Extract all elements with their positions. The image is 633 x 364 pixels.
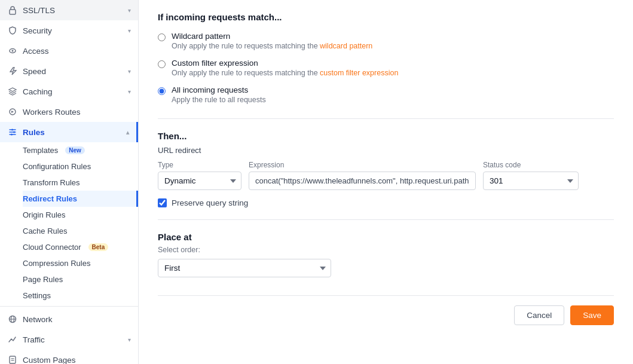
- bolt-icon: [7, 66, 18, 77]
- caching-arrow-icon: ▾: [128, 88, 131, 95]
- lock-icon: [7, 5, 18, 16]
- sidebar: SSL/TLS ▾ Security ▾ Access Speed ▾: [0, 0, 139, 364]
- url-redirect-label: URL redirect: [158, 146, 614, 155]
- status-code-select[interactable]: 301 302 303 307 308: [483, 172, 579, 190]
- security-arrow-icon: ▾: [128, 27, 131, 34]
- rules-icon: [7, 127, 18, 137]
- rules-arrow-icon: ▴: [126, 129, 129, 136]
- sidebar-sub-settings[interactable]: Settings: [23, 287, 138, 304]
- all-incoming-option: All incoming requests Apply the rule to …: [158, 85, 614, 104]
- sidebar-item-speed-label: Speed: [23, 67, 123, 76]
- sidebar-item-workers-routes-label: Workers Routes: [23, 108, 131, 117]
- traffic-arrow-icon: ▾: [128, 337, 131, 343]
- type-group: Type Dynamic Static: [158, 161, 241, 190]
- cache-rules-label: Cache Rules: [23, 227, 67, 235]
- sidebar-item-traffic-label: Traffic: [23, 335, 123, 344]
- page-rules-label: Page Rules: [23, 275, 63, 284]
- sidebar-item-custom-pages[interactable]: Custom Pages: [0, 350, 138, 364]
- wildcard-label: Wildcard pattern: [172, 32, 372, 41]
- sidebar-sub-origin-rules[interactable]: Origin Rules: [23, 207, 138, 223]
- origin-rules-label: Origin Rules: [23, 210, 66, 219]
- section-divider: [158, 118, 614, 119]
- custom-filter-link[interactable]: custom filter expression: [320, 69, 398, 77]
- match-options: Wildcard pattern Only apply the rule to …: [158, 32, 614, 104]
- configuration-rules-label: Configuration Rules: [23, 162, 91, 171]
- sidebar-sub-templates[interactable]: Templates New: [23, 142, 138, 158]
- type-label: Type: [158, 161, 241, 169]
- wildcard-option: Wildcard pattern Only apply the rule to …: [158, 32, 614, 50]
- custom-filter-label: Custom filter expression: [172, 59, 398, 68]
- sidebar-sub-configuration-rules[interactable]: Configuration Rules: [23, 158, 138, 175]
- sidebar-item-rules[interactable]: Rules ▴: [0, 122, 138, 142]
- redirect-rules-label: Redirect Rules: [23, 194, 77, 203]
- sidebar-item-security[interactable]: Security ▾: [0, 20, 138, 41]
- svg-point-4: [11, 129, 13, 131]
- sidebar-item-workers-routes[interactable]: Workers Routes: [0, 102, 138, 122]
- custom-filter-option: Custom filter expression Only apply the …: [158, 59, 614, 77]
- preserve-query-row: Preserve query string: [158, 198, 614, 207]
- match-title: If incoming requests match...: [158, 12, 614, 22]
- sidebar-item-security-label: Security: [23, 26, 123, 35]
- custom-filter-radio[interactable]: [158, 60, 166, 68]
- shield-icon: [7, 25, 18, 36]
- cancel-button[interactable]: Cancel: [514, 305, 564, 325]
- form-row: Type Dynamic Static Expression concat("h…: [158, 161, 614, 190]
- save-button[interactable]: Save: [570, 305, 614, 325]
- sidebar-item-rules-label: Rules: [23, 128, 121, 137]
- compression-rules-label: Compression Rules: [23, 259, 90, 268]
- sidebar-divider-1: [0, 306, 138, 307]
- sidebar-sub-compression-rules[interactable]: Compression Rules: [23, 255, 138, 271]
- sidebar-item-speed[interactable]: Speed ▾: [0, 61, 138, 81]
- wildcard-link[interactable]: wildcard pattern: [320, 42, 372, 50]
- expression-label: Expression: [249, 161, 476, 169]
- sidebar-item-caching[interactable]: Caching ▾: [0, 81, 138, 102]
- place-at-title: Place at: [158, 232, 614, 242]
- sidebar-item-access[interactable]: Access: [0, 41, 138, 61]
- layers-icon: [7, 86, 18, 97]
- cloud-connector-badge: Beta: [88, 243, 109, 251]
- svg-rect-0: [10, 10, 16, 14]
- main-content: If incoming requests match... Wildcard p…: [139, 0, 633, 364]
- custom-pages-icon: [7, 354, 18, 364]
- status-code-label: Status code: [483, 161, 579, 169]
- all-incoming-label: All incoming requests: [172, 85, 266, 94]
- wildcard-radio[interactable]: [158, 33, 166, 41]
- sidebar-item-custom-pages-label: Custom Pages: [23, 356, 131, 365]
- sidebar-sub-page-rules[interactable]: Page Rules: [23, 271, 138, 287]
- rules-submenu: Templates New Configuration Rules Transf…: [0, 142, 138, 304]
- sidebar-item-access-label: Access: [23, 47, 131, 56]
- sidebar-sub-transform-rules[interactable]: Transform Rules: [23, 175, 138, 191]
- transform-rules-label: Transform Rules: [23, 178, 80, 187]
- svg-rect-10: [10, 356, 16, 363]
- svg-point-6: [11, 134, 13, 136]
- wildcard-desc: Only apply the rule to requests matching…: [172, 42, 372, 50]
- sidebar-sub-cache-rules[interactable]: Cache Rules: [23, 223, 138, 239]
- svg-point-2: [12, 50, 14, 52]
- speed-arrow-icon: ▾: [128, 68, 131, 75]
- expression-input[interactable]: concat("https://www.theleadfunnels.com",…: [249, 172, 476, 190]
- network-icon: [7, 314, 18, 325]
- ssl-tls-arrow-icon: ▾: [128, 7, 131, 14]
- sidebar-sub-cloud-connector[interactable]: Cloud Connector Beta: [23, 239, 138, 255]
- sidebar-item-network-label: Network: [23, 315, 131, 324]
- preserve-query-checkbox[interactable]: [158, 198, 167, 207]
- type-select[interactable]: Dynamic Static: [158, 172, 241, 190]
- eye-icon: [7, 45, 18, 56]
- cloud-connector-label: Cloud Connector: [23, 243, 81, 252]
- sidebar-item-ssl-tls-label: SSL/TLS: [23, 6, 123, 15]
- button-row: Cancel Save: [158, 295, 614, 325]
- workers-icon: [7, 106, 18, 117]
- sidebar-sub-redirect-rules[interactable]: Redirect Rules: [23, 191, 138, 207]
- sidebar-item-ssl-tls[interactable]: SSL/TLS ▾: [0, 0, 138, 20]
- templates-label: Templates: [23, 146, 58, 155]
- all-incoming-radio[interactable]: [158, 87, 166, 95]
- traffic-icon: [7, 334, 18, 345]
- then-title: Then...: [158, 131, 614, 141]
- select-order-select[interactable]: First Last Custom: [158, 259, 331, 277]
- settings-label: Settings: [23, 291, 51, 300]
- sidebar-item-caching-label: Caching: [23, 87, 123, 96]
- sidebar-item-network[interactable]: Network: [0, 309, 138, 329]
- place-at-divider: [158, 219, 614, 220]
- sidebar-item-traffic[interactable]: Traffic ▾: [0, 329, 138, 350]
- templates-badge: New: [65, 146, 85, 154]
